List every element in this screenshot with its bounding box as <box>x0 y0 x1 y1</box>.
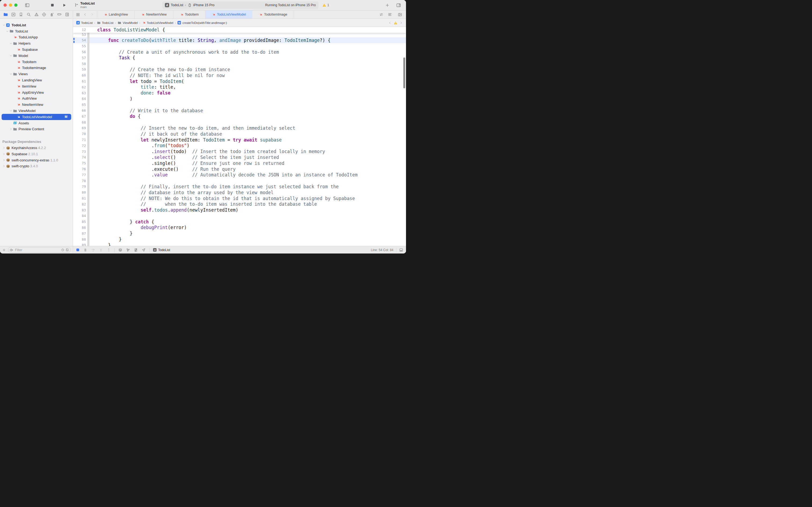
line-number[interactable]: 85 <box>73 220 86 224</box>
minimize-window-button[interactable] <box>9 3 12 7</box>
line-number[interactable]: 83 <box>73 208 86 212</box>
breadcrumb-item[interactable]: TodoListViewModel <box>142 21 173 24</box>
environment-overrides-icon[interactable] <box>134 248 138 252</box>
tab-TodoItemImage[interactable]: TodoItemImage <box>252 10 294 18</box>
line-number[interactable]: 73 <box>73 150 86 154</box>
stop-button[interactable] <box>49 2 56 9</box>
breakpoints-toggle-icon[interactable] <box>76 248 80 252</box>
sidebar-item-Preview-Content[interactable]: Preview Content <box>0 126 73 132</box>
tests-icon[interactable] <box>42 12 47 17</box>
package-item-Supabase[interactable]: Supabase 2.10.1 <box>0 151 73 157</box>
sidebar-item-NewItemView[interactable]: NewItemView <box>0 102 73 108</box>
scrollbar-thumb[interactable] <box>403 57 405 88</box>
editor-options-icon[interactable] <box>399 248 403 252</box>
project-header[interactable]: TodoList main <box>74 2 95 9</box>
sidebar-item-AppEntryView[interactable]: AppEntryView <box>0 90 73 96</box>
line-number[interactable]: 78 <box>73 179 86 183</box>
breadcrumb-item[interactable]: ViewModel <box>118 21 138 25</box>
chevron-down-icon[interactable] <box>9 72 13 75</box>
sidebar-item-TodoList[interactable]: ATodoList <box>0 22 73 28</box>
tab-TodoListViewModel[interactable]: TodoListViewModel <box>206 10 252 18</box>
line-number[interactable]: 68 <box>73 120 86 124</box>
source-control-icon[interactable] <box>11 12 16 17</box>
sidebar-item-Supabase[interactable]: Supabase <box>0 47 73 53</box>
add-file-icon[interactable] <box>2 248 6 252</box>
line-number[interactable]: 72 <box>73 144 86 148</box>
line-number[interactable]: 75 <box>73 161 86 165</box>
sidebar-item-Helpers[interactable]: Helpers <box>0 40 73 47</box>
sidebar-item-TodoItemImage[interactable]: TodoItemImage <box>0 65 73 71</box>
line-number[interactable]: 53 <box>73 33 86 37</box>
scheme-selector[interactable]: A TodoList › iPhone 15 Pro Running TodoL… <box>162 1 318 9</box>
sidebar-item-TodoListViewModel[interactable]: TodoListViewModelM <box>2 114 71 120</box>
line-number[interactable]: 87 <box>73 231 86 235</box>
line-number[interactable]: 62 <box>73 85 86 89</box>
forward-button[interactable] <box>89 13 95 16</box>
package-item-KeychainAccess[interactable]: KeychainAccess 4.2.2 <box>0 145 73 151</box>
filter-input[interactable] <box>14 248 60 252</box>
chevron-down-icon[interactable] <box>9 42 13 45</box>
line-number[interactable]: 65 <box>73 103 86 107</box>
line-number[interactable]: 89 <box>73 243 86 246</box>
memory-graph-icon[interactable] <box>126 248 130 252</box>
chevron-down-icon[interactable] <box>9 54 13 57</box>
chevron-down-icon[interactable] <box>2 23 6 26</box>
line-number[interactable]: 71 <box>73 138 86 142</box>
debug-navigator-icon[interactable] <box>49 12 54 17</box>
related-items-icon[interactable] <box>75 13 81 17</box>
swap-editor-icon[interactable] <box>378 12 385 17</box>
run-button[interactable] <box>60 2 68 9</box>
package-item-swift-crypto[interactable]: swift-crypto 3.4.0 <box>0 163 73 169</box>
step-over-icon[interactable] <box>91 248 95 252</box>
sidebar-item-TodoList[interactable]: TodoList <box>0 28 73 35</box>
toggle-inspector-icon[interactable] <box>395 2 402 9</box>
line-number[interactable]: 81 <box>73 196 86 200</box>
sidebar-item-ItemView[interactable]: ItemView <box>0 83 73 90</box>
search-icon[interactable] <box>26 12 31 17</box>
pause-icon[interactable] <box>83 248 88 252</box>
line-number[interactable]: 80 <box>73 190 86 194</box>
line-number[interactable]: 69 <box>73 126 86 130</box>
sidebar-item-Views[interactable]: Views <box>0 71 73 77</box>
chevron-right-icon[interactable] <box>2 146 6 149</box>
tab-LandingView[interactable]: LandingView <box>97 10 134 18</box>
breadcrumb-item[interactable]: ATodoList <box>76 21 93 24</box>
line-number[interactable]: 82 <box>73 202 86 206</box>
step-into-icon[interactable] <box>99 248 103 252</box>
issues-icon[interactable] <box>34 12 39 17</box>
activity-status[interactable]: Running TodoList on iPhone 15 Pro <box>265 3 316 7</box>
chevron-down-icon[interactable] <box>9 109 13 112</box>
line-number[interactable]: 86 <box>73 226 86 230</box>
next-issue-icon[interactable] <box>400 21 403 24</box>
chevron-right-icon[interactable] <box>2 159 6 162</box>
project-navigator-icon[interactable] <box>3 12 8 17</box>
line-number[interactable]: 60 <box>73 73 86 77</box>
running-app[interactable]: A TodoList <box>153 248 170 252</box>
line-number[interactable]: 63 <box>73 91 86 95</box>
line-number[interactable]: 76 <box>73 167 86 171</box>
line-number[interactable]: 67 <box>73 114 86 118</box>
package-item-swift-concurrency-extras[interactable]: swift-concurrency-extras 1.1.0 <box>0 157 73 163</box>
sidebar-item-ViewModel[interactable]: ViewModel <box>0 108 73 114</box>
line-number[interactable]: 64 <box>73 97 86 101</box>
toggle-navigator-icon[interactable] <box>23 2 31 9</box>
minimap-toggle-icon[interactable] <box>386 12 394 17</box>
breadcrumb-item[interactable]: McreateToDo(withTitle:andImage:) <box>177 21 227 24</box>
line-number[interactable]: 66 <box>73 109 86 113</box>
close-window-button[interactable] <box>3 3 7 7</box>
sidebar-item-TodoItem[interactable]: TodoItem <box>0 59 73 65</box>
line-number[interactable]: 57 <box>73 56 86 60</box>
warning-count-button[interactable]: 1 <box>322 3 329 7</box>
line-number[interactable]: 88 <box>73 237 86 241</box>
chevron-right-icon[interactable] <box>2 165 6 168</box>
step-out-icon[interactable] <box>107 248 111 252</box>
line-number[interactable]: 55 <box>73 44 86 48</box>
recent-files-icon[interactable] <box>61 248 64 251</box>
line-number[interactable]: 59 <box>73 67 86 71</box>
add-button[interactable] <box>384 2 391 9</box>
simulate-location-icon[interactable] <box>141 248 146 252</box>
line-number[interactable]: 54 <box>73 38 86 42</box>
chevron-right-icon[interactable] <box>9 127 13 130</box>
filter-field[interactable] <box>8 247 71 253</box>
sidebar-item-AuthView[interactable]: AuthView <box>0 96 73 102</box>
